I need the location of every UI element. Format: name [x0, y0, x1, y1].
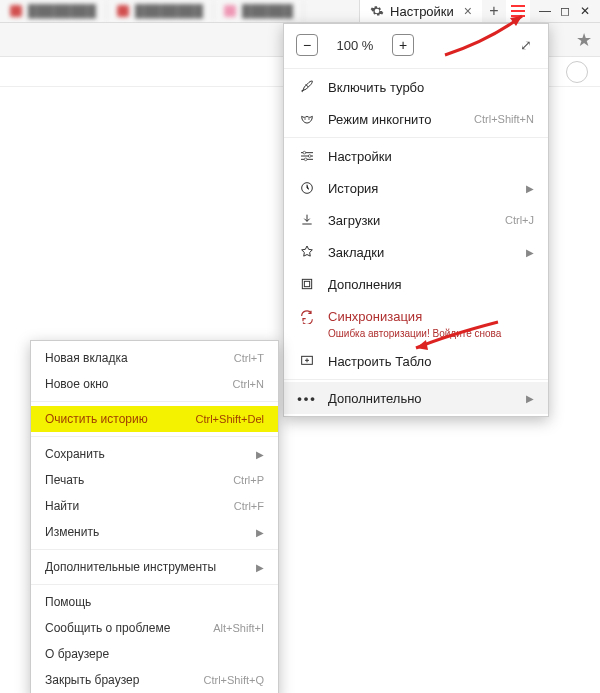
svg-point-5: [303, 151, 306, 154]
more-submenu: Новая вкладка Ctrl+T Новое окно Ctrl+N О…: [30, 340, 279, 693]
submenu-about[interactable]: О браузере: [31, 641, 278, 667]
tablo-icon: [298, 352, 316, 370]
close-window-button[interactable]: ✕: [576, 3, 594, 19]
rocket-icon: [298, 78, 316, 96]
addons-icon: [298, 275, 316, 293]
svg-point-7: [304, 158, 307, 161]
menu-item-settings[interactable]: Настройки: [284, 140, 548, 172]
menu-label: Включить турбо: [328, 80, 534, 95]
svg-rect-2: [511, 15, 525, 17]
chevron-right-icon: ▶: [522, 247, 534, 258]
menu-label: Синхронизация: [328, 309, 534, 324]
close-tab-button[interactable]: ×: [460, 3, 476, 19]
submenu-quit[interactable]: Закрыть браузер Ctrl+Shift+Q: [31, 667, 278, 693]
menu-item-tablo[interactable]: Настроить Табло: [284, 345, 548, 377]
shortcut: Ctrl+J: [505, 214, 534, 226]
submenu-edit[interactable]: Изменить ▶: [31, 519, 278, 545]
window-controls: — ◻ ✕: [530, 0, 600, 22]
chevron-right-icon: ▶: [256, 527, 264, 538]
menu-label: Дополнительно: [328, 391, 510, 406]
main-menu: − 100 % + ⤢ Включить турбо Режим инкогни…: [283, 23, 549, 417]
menu-item-more[interactable]: ••• Дополнительно ▶: [284, 382, 548, 414]
chevron-right-icon: ▶: [522, 183, 534, 194]
submenu-devtools[interactable]: Дополнительные инструменты ▶: [31, 554, 278, 580]
menu-label: История: [328, 181, 510, 196]
menu-item-turbo[interactable]: Включить турбо: [284, 71, 548, 103]
svg-point-3: [304, 118, 305, 119]
menu-item-addons[interactable]: Дополнения: [284, 268, 548, 300]
chevron-right-icon: ▶: [256, 449, 264, 460]
submenu-save[interactable]: Сохранить ▶: [31, 441, 278, 467]
menu-label: Настроить Табло: [328, 354, 534, 369]
svg-point-4: [308, 118, 309, 119]
submenu-report[interactable]: Сообщить о проблеме Alt+Shift+I: [31, 615, 278, 641]
minimize-button[interactable]: —: [536, 3, 554, 19]
menu-item-incognito[interactable]: Режим инкогнито Ctrl+Shift+N: [284, 103, 548, 135]
zoom-in-button[interactable]: +: [392, 34, 414, 56]
menu-label: Загрузки: [328, 213, 493, 228]
tab-settings[interactable]: Настройки ×: [359, 0, 482, 22]
menu-button[interactable]: [506, 0, 530, 22]
submenu-new-tab[interactable]: Новая вкладка Ctrl+T: [31, 345, 278, 371]
more-icon: •••: [298, 389, 316, 407]
clock-icon: [298, 179, 316, 197]
shortcut: Ctrl+Shift+N: [474, 113, 534, 125]
svg-rect-10: [304, 281, 309, 286]
zoom-controls: − 100 % + ⤢: [284, 24, 548, 66]
sync-error-text: Ошибка авторизации! Войдите снова: [284, 328, 548, 345]
submenu-help[interactable]: Помощь: [31, 589, 278, 615]
svg-rect-0: [511, 5, 525, 7]
menu-label: Настройки: [328, 149, 534, 164]
sliders-icon: [298, 147, 316, 165]
hamburger-icon: [510, 4, 526, 18]
new-tab-button[interactable]: +: [482, 0, 506, 22]
submenu-find[interactable]: Найти Ctrl+F: [31, 493, 278, 519]
background-tabs: ████████ ████████ ██████: [0, 0, 359, 22]
sync-icon: [298, 307, 316, 325]
zoom-out-button[interactable]: −: [296, 34, 318, 56]
submenu-print[interactable]: Печать Ctrl+P: [31, 467, 278, 493]
maximize-button[interactable]: ◻: [556, 3, 574, 19]
menu-item-history[interactable]: История ▶: [284, 172, 548, 204]
gear-icon: [370, 4, 384, 18]
submenu-new-window[interactable]: Новое окно Ctrl+N: [31, 371, 278, 397]
submenu-clear-history[interactable]: Очистить историю Ctrl+Shift+Del: [31, 406, 278, 432]
svg-rect-9: [302, 279, 311, 288]
tab-settings-label: Настройки: [390, 4, 454, 19]
menu-item-downloads[interactable]: Загрузки Ctrl+J: [284, 204, 548, 236]
tab-strip: ████████ ████████ ██████ Настройки × + —…: [0, 0, 600, 23]
star-icon: [298, 243, 316, 261]
svg-point-6: [308, 155, 311, 158]
download-icon: [298, 211, 316, 229]
fullscreen-button[interactable]: ⤢: [520, 37, 532, 53]
chevron-right-icon: ▶: [522, 393, 534, 404]
zoom-value: 100 %: [334, 38, 376, 53]
chevron-right-icon: ▶: [256, 562, 264, 573]
star-icon[interactable]: ★: [576, 29, 592, 51]
menu-label: Режим инкогнито: [328, 112, 462, 127]
svg-rect-1: [511, 10, 525, 12]
menu-label: Дополнения: [328, 277, 534, 292]
menu-label: Закладки: [328, 245, 510, 260]
toggle-pill[interactable]: [566, 61, 588, 83]
menu-item-bookmarks[interactable]: Закладки ▶: [284, 236, 548, 268]
mask-icon: [298, 110, 316, 128]
